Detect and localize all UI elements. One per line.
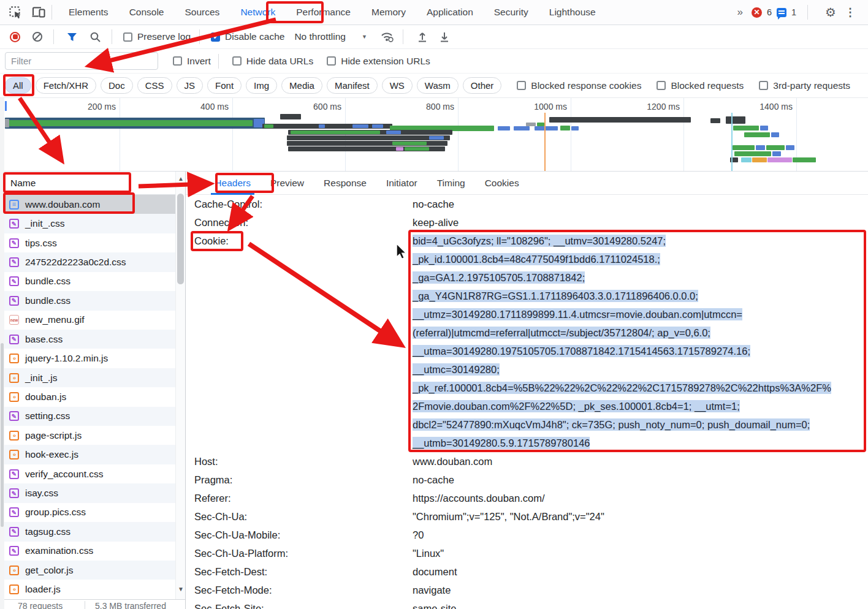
request-row[interactable]: ✎tips.css [4,233,175,252]
chip-css[interactable]: CSS [137,77,172,94]
request-row[interactable]: ✎setting.css [4,407,175,426]
request-row[interactable]: newnew_menu.gif [4,311,175,330]
chip-other[interactable]: Other [463,77,502,94]
tab-cookies[interactable]: Cookies [475,172,529,195]
chip-font[interactable]: Font [207,77,242,94]
tab-timing[interactable]: Timing [427,172,475,195]
name-column-header[interactable]: Name [4,172,185,195]
throttling-caret-icon[interactable]: ▼ [362,34,367,40]
network-conditions-icon[interactable] [381,30,394,44]
js-file-icon: ‹› [9,450,19,460]
hide-extension-urls-checkbox[interactable] [327,56,336,66]
issue-count[interactable]: 1 [791,7,796,17]
close-details-icon[interactable]: × [186,178,205,189]
error-count[interactable]: 6 [767,7,772,17]
filter-funnel-icon[interactable] [65,30,78,44]
more-tabs-icon[interactable]: » [732,6,746,18]
settings-gear-icon[interactable]: ⚙ [825,5,836,20]
transferred-size: 5.3 MB transferred [95,601,166,609]
waterfall-bar [756,145,765,150]
scroll-down-icon[interactable]: ▼ [176,586,186,592]
header-row: Referer: https://accounts.douban.com/ [186,489,868,507]
request-row[interactable]: ✎tagsug.css [4,522,175,541]
chip-fetch-xhr[interactable]: Fetch/XHR [36,77,96,94]
waterfall-bar [498,126,510,130]
tab-application[interactable]: Application [416,0,484,25]
tab-elements[interactable]: Elements [58,0,119,25]
request-row[interactable]: ✎examination.css [4,542,175,561]
filter-input[interactable] [5,52,158,70]
request-row[interactable]: ‹›jquery-1.10.2.min.js [4,349,175,368]
request-row[interactable]: ‹›hook-exec.js [4,445,175,464]
tab-preview[interactable]: Preview [261,172,314,195]
kebab-menu-icon[interactable]: ⋮ [841,6,859,19]
chip-all[interactable]: All [5,77,31,94]
waterfall-bar [549,117,691,123]
request-row[interactable]: ‹›page-script.js [4,426,175,445]
header-value: https://accounts.douban.com/ [413,489,868,507]
window-scrollbar-track[interactable] [0,98,4,609]
chip-media[interactable]: Media [281,77,322,94]
ruler-gridline [571,98,571,172]
cookie-value-line: __utmz=30149280.1711899899.11.4.utmcsr=m… [413,305,742,323]
search-icon[interactable] [88,30,102,44]
request-row[interactable]: ✎bundle.css [4,291,175,310]
chip-js[interactable]: JS [177,77,204,94]
tab-sources[interactable]: Sources [175,0,230,25]
tab-response[interactable]: Response [314,172,376,195]
invert-checkbox[interactable] [173,56,182,66]
network-overview-waterfall[interactable]: 200 ms 400 ms 600 ms 800 ms 1000 ms 1200… [0,98,868,172]
request-row[interactable]: ✎group.pics.css [4,503,175,522]
third-party-requests-checkbox[interactable] [759,81,768,90]
request-list-scrollbar[interactable]: ▲ ▼ [175,172,185,599]
export-har-icon[interactable] [438,30,451,44]
scroll-up-icon[interactable]: ▲ [176,175,186,182]
window-scrollbar-thumb[interactable] [1,343,4,527]
waterfall-bar [767,157,792,162]
tab-memory[interactable]: Memory [361,0,416,25]
waterfall-bar [535,126,558,130]
request-row[interactable]: ✎bundle.css [4,272,175,291]
record-network-log-button[interactable] [10,32,20,42]
request-row[interactable]: ✎_init_.css [4,214,175,233]
header-name: Cookie: [194,232,229,250]
preserve-log-checkbox[interactable] [123,32,132,42]
tab-security[interactable]: Security [484,0,539,25]
tab-headers[interactable]: Headers [205,172,261,195]
request-row[interactable]: ‹›_init_.js [4,368,175,387]
request-count: 78 requests [18,601,63,609]
request-row[interactable]: ✎verify_account.css [4,464,175,483]
chip-wasm[interactable]: Wasm [417,77,459,94]
blocked-requests-checkbox[interactable] [657,81,666,90]
waterfall-bar [396,147,403,151]
throttling-select[interactable]: No throttling [294,31,346,42]
blocked-response-cookies-checkbox[interactable] [517,81,526,90]
hide-data-urls-checkbox[interactable] [232,56,242,66]
chip-ws[interactable]: WS [382,77,413,94]
inspect-element-icon[interactable] [9,6,22,19]
request-type-chips: All Fetch/XHR Doc CSS JS Font Img Media … [0,74,868,98]
tab-performance[interactable]: Performance [286,0,361,25]
domcontentloaded-line [731,113,733,172]
tab-network[interactable]: Network [230,0,286,25]
chip-doc[interactable]: Doc [101,77,133,94]
tab-console[interactable]: Console [119,0,175,25]
request-row[interactable]: ‹›get_color.js [4,561,175,580]
request-row[interactable]: ✎base.css [4,330,175,349]
blocked-requests-label: Blocked requests [671,80,744,91]
chip-img[interactable]: Img [246,77,277,94]
request-row[interactable]: ✎247522d2223a0c2d.css [4,252,175,271]
import-har-icon[interactable] [416,30,429,44]
tab-initiator[interactable]: Initiator [376,172,427,195]
clear-network-log-icon[interactable] [32,32,42,42]
request-row[interactable]: ≡www.douban.com [4,195,175,214]
chip-manifest[interactable]: Manifest [327,77,378,94]
tab-lighthouse[interactable]: Lighthouse [539,0,606,25]
device-toolbar-icon[interactable] [32,6,45,19]
request-row[interactable]: ✎isay.css [4,483,175,502]
request-row[interactable]: ‹›douban.js [4,387,175,406]
disable-cache-checkbox[interactable] [211,32,220,42]
document-file-icon: ≡ [9,200,19,210]
request-row[interactable]: ‹›loader.js [4,580,175,599]
scrollbar-thumb[interactable] [177,194,184,284]
